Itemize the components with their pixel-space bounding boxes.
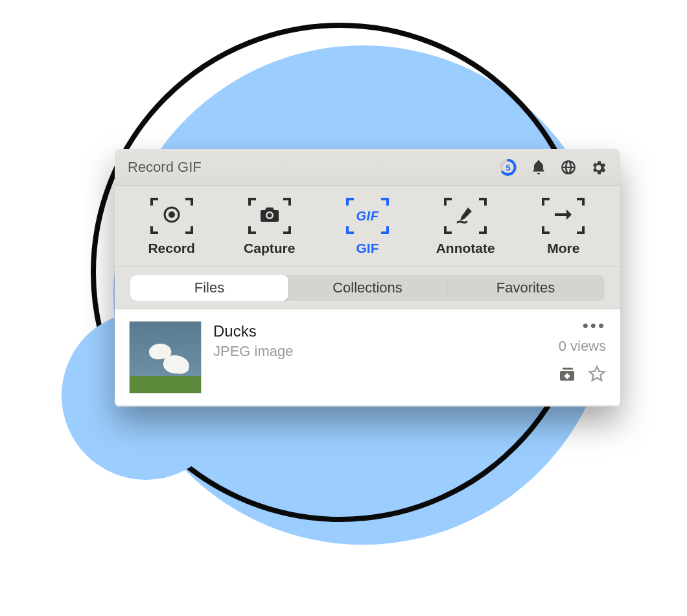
arrow-right-icon bbox=[553, 207, 573, 224]
window-title: Record GIF bbox=[128, 159, 202, 176]
record-icon bbox=[163, 206, 181, 226]
titlebar: Record GIF 5 bbox=[115, 149, 620, 186]
svg-text:5: 5 bbox=[506, 163, 510, 172]
tool-label: GIF bbox=[356, 241, 378, 256]
svg-rect-7 bbox=[565, 375, 570, 377]
camera-icon bbox=[259, 206, 280, 226]
file-thumbnail bbox=[129, 321, 202, 394]
segmented-control: Files Collections Favorites bbox=[130, 275, 605, 301]
tab-label: Files bbox=[194, 279, 224, 296]
file-views: 0 views bbox=[559, 338, 606, 355]
tool-label: Capture bbox=[244, 241, 295, 256]
tool-label: More bbox=[547, 241, 579, 256]
file-list: Ducks JPEG image ••• 0 views bbox=[115, 309, 620, 407]
tab-collections[interactable]: Collections bbox=[288, 275, 447, 301]
tab-files[interactable]: Files bbox=[130, 275, 288, 301]
more-options-icon[interactable]: ••• bbox=[583, 322, 606, 329]
pencil-icon bbox=[455, 205, 476, 227]
tab-label: Favorites bbox=[496, 279, 555, 296]
titlebar-actions: 5 bbox=[499, 158, 607, 176]
file-type: JPEG image bbox=[213, 343, 546, 360]
svg-point-3 bbox=[169, 211, 175, 218]
tabs-row: Files Collections Favorites bbox=[115, 267, 620, 309]
tool-annotate[interactable]: Annotate bbox=[420, 198, 511, 256]
gif-icon: GIF bbox=[356, 209, 379, 224]
file-name: Ducks bbox=[213, 322, 546, 340]
file-info: Ducks JPEG image bbox=[213, 321, 546, 360]
bell-icon[interactable] bbox=[530, 159, 547, 176]
tool-label: Record bbox=[148, 241, 194, 256]
file-meta: ••• 0 views bbox=[558, 321, 606, 383]
tool-label: Annotate bbox=[436, 241, 495, 256]
gear-icon[interactable] bbox=[590, 159, 607, 176]
main-toolbar: Record Capture GIF GIF bbox=[115, 186, 620, 267]
tab-favorites[interactable]: Favorites bbox=[447, 275, 605, 301]
file-row[interactable]: Ducks JPEG image ••• 0 views bbox=[115, 309, 620, 407]
countdown-icon[interactable]: 5 bbox=[499, 158, 517, 176]
svg-rect-4 bbox=[563, 368, 573, 370]
star-icon[interactable] bbox=[588, 365, 606, 383]
globe-icon[interactable] bbox=[560, 159, 577, 176]
app-window: Record GIF 5 bbox=[115, 149, 620, 407]
tab-label: Collections bbox=[332, 279, 402, 296]
tool-record[interactable]: Record bbox=[126, 198, 217, 256]
tool-gif[interactable]: GIF GIF bbox=[322, 198, 413, 256]
tool-more[interactable]: More bbox=[518, 198, 609, 256]
tool-capture[interactable]: Capture bbox=[224, 198, 315, 256]
add-to-collection-icon[interactable] bbox=[558, 365, 576, 383]
